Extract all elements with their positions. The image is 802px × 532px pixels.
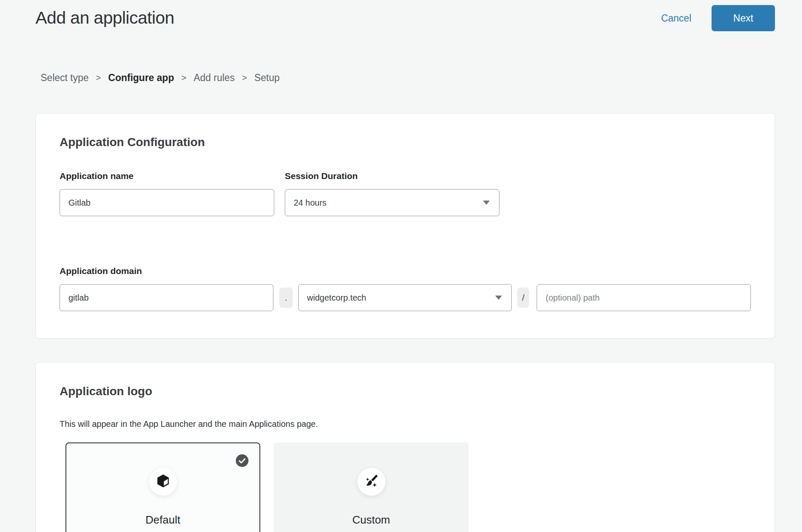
session-duration-field-group: Session Duration 24 hours [285,171,499,216]
logo-option-custom[interactable]: Custom [274,442,469,532]
slash-separator: / [517,288,529,308]
application-domain-section: Application domain . widgetcorp.tech / [60,266,751,311]
next-button[interactable]: Next [712,5,775,31]
application-name-field-group: Application name [60,171,274,216]
add-application-page: Add an application Cancel Next Select ty… [0,0,802,532]
chevron-down-icon [483,201,490,205]
path-input[interactable] [537,284,751,311]
step-setup[interactable]: Setup [254,72,280,84]
default-logo-circle [149,468,177,496]
application-domain-label: Application domain [60,266,751,276]
cube-icon [155,473,171,490]
top-bar: Add an application Cancel Next [35,5,775,31]
top-actions: Cancel Next [661,5,775,31]
application-domain-row: . widgetcorp.tech / [60,284,751,311]
page-title: Add an application [35,8,174,28]
step-select-type[interactable]: Select type [41,72,89,84]
logo-options-row: Default Custom [65,442,751,532]
breadcrumb-separator: > [96,72,101,84]
breadcrumb-separator: > [181,72,186,84]
breadcrumb: Select type > Configure app > Add rules … [41,72,775,84]
application-configuration-card: Application Configuration Application na… [35,113,775,339]
domain-select[interactable]: widgetcorp.tech [298,284,512,311]
breadcrumb-separator: > [242,72,247,84]
session-duration-select[interactable]: 24 hours [285,189,499,216]
application-logo-heading: Application logo [60,385,751,398]
session-duration-label: Session Duration [285,171,499,181]
application-name-label: Application name [60,171,274,181]
application-logo-description: This will appear in the App Launcher and… [60,419,751,429]
domain-select-value: widgetcorp.tech [307,293,366,303]
check-badge-icon [236,454,248,467]
logo-option-label: Default [66,513,259,527]
name-session-row: Application name Session Duration 24 hou… [60,171,751,216]
logo-option-label: Custom [275,513,468,527]
dot-separator: . [279,288,293,308]
logo-option-default[interactable]: Default [65,442,260,532]
application-configuration-heading: Application Configuration [60,136,751,149]
paintbrush-icon [363,473,379,491]
chevron-down-icon [495,296,502,300]
step-configure-app[interactable]: Configure app [108,72,174,84]
step-add-rules[interactable]: Add rules [194,72,235,84]
application-logo-card: Application logo This will appear in the… [35,362,775,532]
application-name-input[interactable] [60,189,274,216]
subdomain-input[interactable] [60,284,273,311]
session-duration-value: 24 hours [294,198,327,208]
cancel-button[interactable]: Cancel [661,13,691,24]
custom-logo-circle [357,468,385,496]
